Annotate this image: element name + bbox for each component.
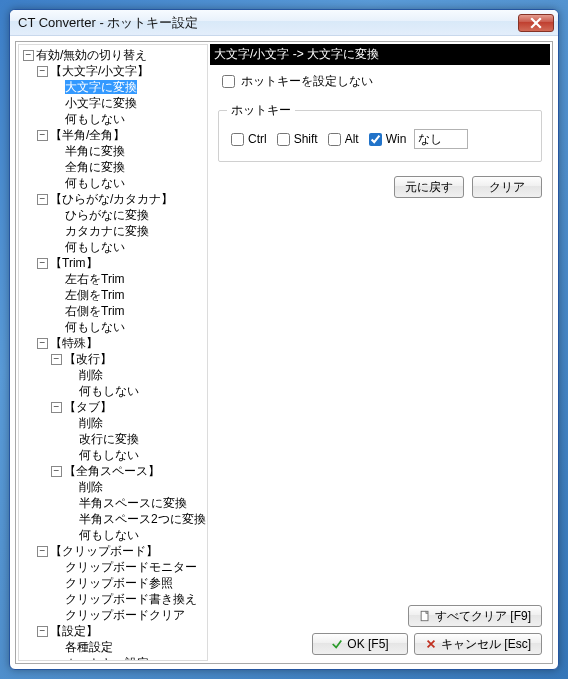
revert-button[interactable]: 元に戻す [394,176,464,198]
tree-item-selected[interactable]: 大文字に変換 [21,79,205,95]
title-bar[interactable]: CT Converter - ホットキー設定 [10,10,558,36]
collapse-icon[interactable]: − [37,338,48,349]
tree-item[interactable]: 何もしない [21,319,205,335]
collapse-icon[interactable]: − [51,402,62,413]
ok-button[interactable]: OK [F5] [312,633,408,655]
detail-header: 大文字/小文字 -> 大文字に変換 [210,44,550,65]
collapse-icon[interactable]: − [37,626,48,637]
close-button[interactable] [518,14,554,32]
hotkey-fieldset: ホットキー Ctrl Shift Alt Win [218,102,542,162]
tree-group[interactable]: −【ひらがな/カタカナ】 [21,191,205,207]
collapse-icon[interactable]: − [37,546,48,557]
tree-item[interactable]: ひらがなに変換 [21,207,205,223]
ctrl-mod[interactable]: Ctrl [227,132,267,146]
tree-item[interactable]: クリップボード書き換え [21,591,205,607]
shift-checkbox[interactable] [277,133,290,146]
tree-item[interactable]: 何もしない [21,239,205,255]
collapse-icon[interactable]: − [37,66,48,77]
win-mod[interactable]: Win [365,132,407,146]
tree-item[interactable]: 左右をTrim [21,271,205,287]
ctrl-checkbox[interactable] [231,133,244,146]
tree-item[interactable]: 全角に変換 [21,159,205,175]
collapse-icon[interactable]: − [51,466,62,477]
collapse-icon[interactable]: − [37,130,48,141]
tree-subgroup[interactable]: −【タブ】 [21,399,205,415]
tree-root-toggle[interactable]: −有効/無効の切り替え [21,47,205,63]
settings-window: CT Converter - ホットキー設定 −有効/無効の切り替え −【大文字… [9,9,559,670]
tree-item[interactable]: 右側をTrim [21,303,205,319]
collapse-icon[interactable]: − [37,258,48,269]
tree-group[interactable]: −【Trim】 [21,255,205,271]
no-hotkey-label: ホットキーを設定しない [241,73,373,90]
tree-item[interactable]: 削除 [21,367,205,383]
tree-item[interactable]: 何もしない [21,527,205,543]
detail-panel: 大文字/小文字 -> 大文字に変換 ホットキーを設定しない ホットキー Ctrl… [210,44,550,661]
tree-item[interactable]: 半角スペースに変換 [21,495,205,511]
key-input[interactable] [414,129,468,149]
tree-item[interactable]: 何もしない [21,175,205,191]
no-hotkey-checkbox[interactable] [222,75,235,88]
tree-item[interactable]: 何もしない [21,383,205,399]
tree-item[interactable]: クリップボード参照 [21,575,205,591]
tree-group[interactable]: −【大文字/小文字】 [21,63,205,79]
tree-item[interactable]: カタカナに変換 [21,223,205,239]
cross-icon [425,638,437,650]
window-title: CT Converter - ホットキー設定 [18,14,518,32]
tree-item[interactable]: 小文字に変換 [21,95,205,111]
document-icon [419,610,431,622]
tree-item[interactable]: クリップボードモニター [21,559,205,575]
collapse-icon[interactable]: − [51,354,62,365]
client-area: −有効/無効の切り替え −【大文字/小文字】 大文字に変換 小文字に変換 何もし… [15,41,553,664]
tree-group[interactable]: −【クリップボード】 [21,543,205,559]
check-icon [331,638,343,650]
tree-item[interactable]: 左側をTrim [21,287,205,303]
tree-item[interactable]: 削除 [21,479,205,495]
tree-subgroup[interactable]: −【全角スペース】 [21,463,205,479]
tree-item[interactable]: 削除 [21,415,205,431]
tree-group[interactable]: −【半角/全角】 [21,127,205,143]
tree-item[interactable]: 何もしない [21,111,205,127]
collapse-icon[interactable]: − [37,194,48,205]
win-checkbox[interactable] [369,133,382,146]
tree-item[interactable]: 改行に変換 [21,431,205,447]
tree-group[interactable]: −【設定】 [21,623,205,639]
fieldset-legend: ホットキー [227,102,295,119]
tree-item[interactable]: 何もしない [21,447,205,463]
tree-subgroup[interactable]: −【改行】 [21,351,205,367]
clear-button[interactable]: クリア [472,176,542,198]
tree-item[interactable]: 半角スペース2つに変換 [21,511,205,527]
tree-item[interactable]: 各種設定 [21,639,205,655]
tree-group[interactable]: −【特殊】 [21,335,205,351]
shift-mod[interactable]: Shift [273,132,318,146]
alt-mod[interactable]: Alt [324,132,359,146]
cancel-button[interactable]: キャンセル [Esc] [414,633,542,655]
tree-item[interactable]: 半角に変換 [21,143,205,159]
tree-item[interactable]: ホットキー設定 [21,655,205,661]
collapse-icon[interactable]: − [23,50,34,61]
tree-item[interactable]: クリップボードクリア [21,607,205,623]
clear-all-button[interactable]: すべてクリア [F9] [408,605,542,627]
alt-checkbox[interactable] [328,133,341,146]
tree-view[interactable]: −有効/無効の切り替え −【大文字/小文字】 大文字に変換 小文字に変換 何もし… [18,44,208,661]
